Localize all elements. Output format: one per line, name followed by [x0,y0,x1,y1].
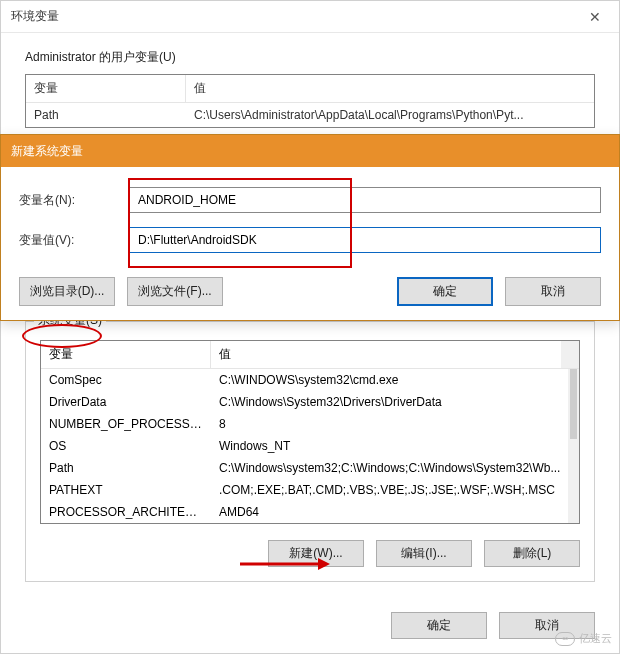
cell-var: OS [41,435,211,457]
child-body: 变量名(N): 变量值(V): 浏览目录(D)... 浏览文件(F)... 确定… [1,167,619,320]
new-button[interactable]: 新建(W)... [268,540,364,567]
system-vars-header: 变量 值 [41,341,579,369]
parent-body: Administrator 的用户变量(U) 变量 值 Path C:\User… [1,33,619,144]
cell-val: 8 [211,413,568,435]
watermark-icon: ∞ [555,632,575,646]
cell-var: PATHEXT [41,479,211,501]
scrollbar[interactable] [568,369,579,523]
cell-var: Path [26,103,186,127]
table-row[interactable]: NUMBER_OF_PROCESSORS8 [41,413,568,435]
system-buttons: 新建(W)... 编辑(I)... 删除(L) [40,540,580,567]
cell-val: C:\Windows\system32;C:\Windows;C:\Window… [211,457,568,479]
ok-button[interactable]: 确定 [391,612,487,639]
cell-val: .COM;.EXE;.BAT;.CMD;.VBS;.VBE;.JS;.JSE;.… [211,479,568,501]
close-icon[interactable]: ✕ [581,5,609,29]
table-row[interactable]: DriverDataC:\Windows\System32\Drivers\Dr… [41,391,568,413]
user-vars-label: Administrator 的用户变量(U) [25,49,595,66]
table-row[interactable]: PATHEXT.COM;.EXE;.BAT;.CMD;.VBS;.VBE;.JS… [41,479,568,501]
edit-button[interactable]: 编辑(I)... [376,540,472,567]
watermark-text: 亿速云 [579,631,612,646]
value-label: 变量值(V): [19,232,129,249]
cell-var: DriverData [41,391,211,413]
child-title: 新建系统变量 [11,143,83,160]
system-vars-body: ComSpecC:\WINDOWS\system32\cmd.exeDriver… [41,369,579,523]
name-row: 变量名(N): [19,187,601,213]
system-vars-table[interactable]: 变量 值 ComSpecC:\WINDOWS\system32\cmd.exeD… [40,340,580,524]
user-vars-header: 变量 值 [26,75,594,103]
cell-var: ComSpec [41,369,211,391]
cell-var: Path [41,457,211,479]
value-input[interactable] [129,227,601,253]
name-label: 变量名(N): [19,192,129,209]
parent-titlebar: 环境变量 ✕ [1,1,619,33]
table-row[interactable]: PROCESSOR_ARCHITECT...AMD64 [41,501,568,523]
table-row[interactable]: OSWindows_NT [41,435,568,457]
scroll-head [561,341,579,368]
table-row[interactable]: PathC:\Windows\system32;C:\Windows;C:\Wi… [41,457,568,479]
new-sysvar-dialog: 新建系统变量 变量名(N): 变量值(V): 浏览目录(D)... 浏览文件(F… [0,134,620,321]
parent-title: 环境变量 [11,8,581,25]
delete-button[interactable]: 删除(L) [484,540,580,567]
system-vars-group: 系统变量(S) 变量 值 ComSpecC:\WINDOWS\system32\… [25,321,595,582]
table-row[interactable]: ComSpecC:\WINDOWS\system32\cmd.exe [41,369,568,391]
cell-val: Windows_NT [211,435,568,457]
cell-var: NUMBER_OF_PROCESSORS [41,413,211,435]
scroll-thumb[interactable] [570,369,577,439]
browse-dir-button[interactable]: 浏览目录(D)... [19,277,115,306]
watermark: ∞ 亿速云 [555,631,612,646]
col-variable[interactable]: 变量 [26,75,186,102]
ok-button[interactable]: 确定 [397,277,493,306]
cell-var: PROCESSOR_ARCHITECT... [41,501,211,523]
cancel-button[interactable]: 取消 [505,277,601,306]
table-row[interactable]: Path C:\Users\Administrator\AppData\Loca… [26,103,594,127]
cell-val: C:\Windows\System32\Drivers\DriverData [211,391,568,413]
env-vars-dialog: 环境变量 ✕ Administrator 的用户变量(U) 变量 值 Path … [0,0,620,654]
name-input[interactable] [129,187,601,213]
browse-file-button[interactable]: 浏览文件(F)... [127,277,223,306]
cell-val: AMD64 [211,501,568,523]
system-rows: ComSpecC:\WINDOWS\system32\cmd.exeDriver… [41,369,568,523]
value-row: 变量值(V): [19,227,601,253]
cell-val: C:\WINDOWS\system32\cmd.exe [211,369,568,391]
child-titlebar: 新建系统变量 [1,135,619,167]
cell-val: C:\Users\Administrator\AppData\Local\Pro… [186,103,594,127]
col-variable[interactable]: 变量 [41,341,211,368]
col-value[interactable]: 值 [186,75,594,102]
child-buttons: 浏览目录(D)... 浏览文件(F)... 确定 取消 [19,267,601,306]
col-value[interactable]: 值 [211,341,561,368]
user-vars-table[interactable]: 变量 值 Path C:\Users\Administrator\AppData… [25,74,595,128]
